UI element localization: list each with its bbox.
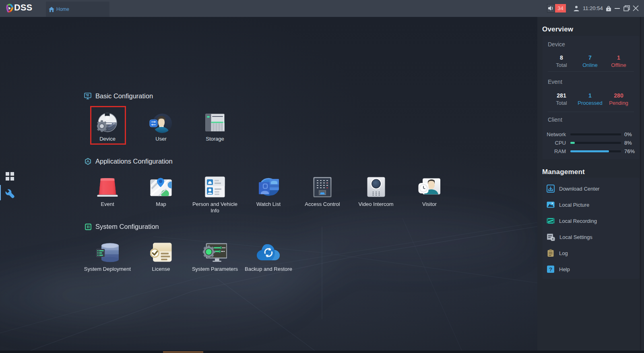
svg-text:?: ? xyxy=(549,266,552,272)
